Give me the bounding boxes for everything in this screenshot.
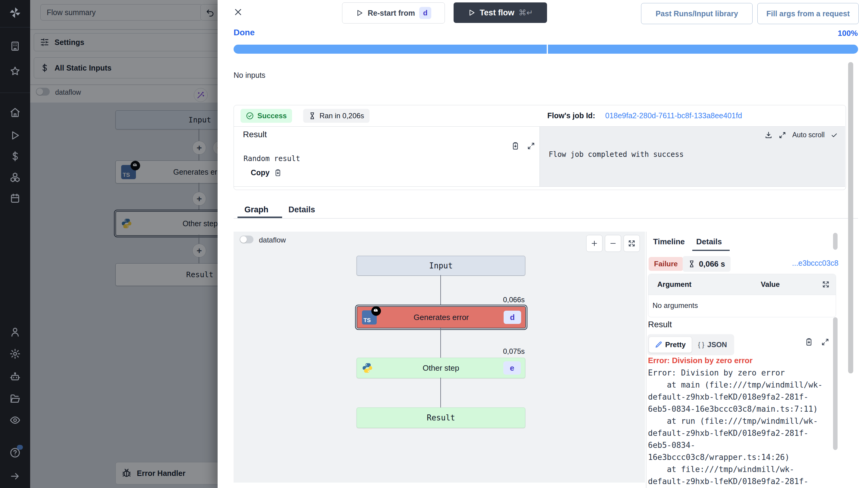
copy-result-button[interactable]: Copy xyxy=(251,168,282,177)
step-result-title: Result xyxy=(648,320,672,329)
result-scrollbar-thumb[interactable] xyxy=(833,317,838,450)
clipboard-copy-icon xyxy=(274,169,282,177)
help-icon[interactable] xyxy=(10,447,21,458)
result-pane: Result Random result Copy xyxy=(234,127,539,186)
sidebar-item-workers-robot-icon[interactable] xyxy=(10,371,21,382)
expand-icon[interactable] xyxy=(778,131,786,139)
tabs-divider xyxy=(234,218,858,219)
failure-badge: Failure xyxy=(649,257,683,271)
download-icon[interactable] xyxy=(765,131,772,139)
minus-icon xyxy=(609,239,617,247)
close-drawer-button[interactable] xyxy=(233,7,244,18)
error-title: Error: Division by zero error xyxy=(648,356,752,365)
past-runs-label: Past Runs/Input library xyxy=(655,9,738,18)
fit-view-button[interactable] xyxy=(624,235,640,252)
expand-icon[interactable] xyxy=(527,142,535,150)
job-result-card: Success Ran in 0,206s Flow's job Id: 018… xyxy=(234,105,846,190)
result-view-toggle: Pretty { } JSON xyxy=(647,334,734,355)
toggle-knob xyxy=(240,236,247,243)
pretty-view-button[interactable]: Pretty xyxy=(649,337,692,353)
node-label: Other step xyxy=(423,364,459,373)
graph-dataflow-label: dataflow xyxy=(259,236,286,244)
hourglass-icon xyxy=(688,260,695,267)
tab-details-active-underline xyxy=(692,250,730,251)
fill-args-button[interactable]: Fill args from a request xyxy=(757,3,859,24)
step-details-panel: Timeline Details Failure 0,066 s ...e3bc… xyxy=(647,232,841,488)
graph-node-input[interactable]: Input xyxy=(356,256,525,276)
sidebar-item-folders-icon[interactable] xyxy=(10,394,21,404)
check-circle-icon xyxy=(246,112,254,120)
progress-percent: 100% xyxy=(838,29,858,38)
node-label: Generates error xyxy=(413,313,469,322)
zoom-out-button[interactable] xyxy=(605,235,621,252)
pretty-label: Pretty xyxy=(665,341,686,349)
step-keycap: d xyxy=(504,311,521,324)
expand-icon[interactable] xyxy=(821,338,830,346)
pen-icon xyxy=(655,341,662,348)
sidebar-item-users-icon[interactable] xyxy=(10,327,21,338)
past-runs-button[interactable]: Past Runs/Input library xyxy=(641,3,752,24)
windmill-logo-icon[interactable] xyxy=(8,6,22,19)
test-flow-drawer: Re-start from d Test flow ⌘↵ Past Runs/I… xyxy=(218,0,868,488)
test-flow-shortcut: ⌘↵ xyxy=(519,8,533,18)
status-badge: Success xyxy=(241,109,292,123)
tab-step-details[interactable]: Details xyxy=(696,237,722,247)
test-flow-label: Test flow xyxy=(480,8,515,18)
graph-node-generates-error[interactable]: TS Generates error d xyxy=(356,306,526,328)
panel-divider xyxy=(646,232,647,488)
sidebar-item-resources-cubes-icon[interactable] xyxy=(10,172,21,183)
restart-from-button[interactable]: Re-start from d xyxy=(342,2,445,24)
result-pane-actions xyxy=(511,142,535,150)
play-icon xyxy=(468,9,475,17)
sidebar-item-schedules-calendar-icon[interactable] xyxy=(10,193,21,204)
copy-label: Copy xyxy=(251,168,270,177)
sidebar-item-variables-dollar-icon[interactable] xyxy=(10,151,21,162)
tab-graph[interactable]: Graph xyxy=(244,205,269,214)
job-id-link[interactable]: 018e9fa2-280d-7611-bc8f-133a8ee401fd xyxy=(605,111,742,120)
tab-details[interactable]: Details xyxy=(288,205,315,214)
sidebar-item-home-icon[interactable] xyxy=(10,107,21,118)
tab-timeline[interactable]: Timeline xyxy=(653,237,685,247)
deno-icon xyxy=(371,306,381,316)
node-label: Input xyxy=(429,261,453,270)
zoom-in-button[interactable] xyxy=(586,235,602,252)
step-job-id-link[interactable]: ...e3bccc03c8 xyxy=(792,259,838,267)
job-id-label: Flow's job Id: xyxy=(547,111,595,120)
play-icon xyxy=(355,9,364,17)
restart-step-keycap: d xyxy=(419,7,431,19)
sidebar-item-favorites-star-icon[interactable] xyxy=(10,66,21,77)
graph-node-result[interactable]: Result xyxy=(356,407,525,428)
graph-node-other-step[interactable]: Other step e xyxy=(356,358,525,378)
sidebar-item-workspace-icon[interactable] xyxy=(10,41,21,52)
restart-from-label: Re-start from xyxy=(368,9,415,18)
node-label: Result xyxy=(427,413,455,422)
sidebar-item-audit-eye-icon[interactable] xyxy=(10,415,21,426)
hourglass-icon xyxy=(309,112,316,119)
plus-icon xyxy=(590,239,598,247)
step-duration-label: 0,066s xyxy=(503,295,525,304)
json-label: JSON xyxy=(707,341,727,349)
error-stack-trace: Error: Division by zero error at main (f… xyxy=(648,367,835,488)
column-argument: Argument xyxy=(657,280,691,289)
result-pane-title: Result xyxy=(243,130,267,139)
test-flow-button[interactable]: Test flow ⌘↵ xyxy=(454,2,547,23)
clipboard-copy-icon[interactable] xyxy=(805,338,813,346)
sidebar-item-runs-play-icon[interactable] xyxy=(10,130,21,141)
log-pane: Auto scroll Flow job completed with succ… xyxy=(539,127,845,186)
check-icon[interactable] xyxy=(831,132,838,139)
expand-icon[interactable] xyxy=(822,281,830,288)
json-view-button[interactable]: { } JSON xyxy=(692,337,733,352)
sidebar-divider xyxy=(0,27,30,27)
sidebar-item-settings-gear-icon[interactable] xyxy=(10,348,21,359)
log-pane-actions: Auto scroll xyxy=(765,131,838,139)
step-keycap: e xyxy=(503,361,521,375)
drawer-scrollbar-thumb[interactable] xyxy=(848,62,853,373)
modal-backdrop-overlay[interactable] xyxy=(30,0,218,488)
graph-edge xyxy=(440,275,441,306)
clipboard-copy-icon[interactable] xyxy=(511,142,520,150)
sidebar-collapse-arrow-icon[interactable] xyxy=(10,471,21,482)
no-inputs-label: No inputs xyxy=(234,71,266,80)
graph-dataflow-toggle[interactable] xyxy=(240,235,253,243)
details-scrollbar-thumb[interactable] xyxy=(833,233,838,250)
fill-args-label: Fill args from a request xyxy=(767,9,849,18)
